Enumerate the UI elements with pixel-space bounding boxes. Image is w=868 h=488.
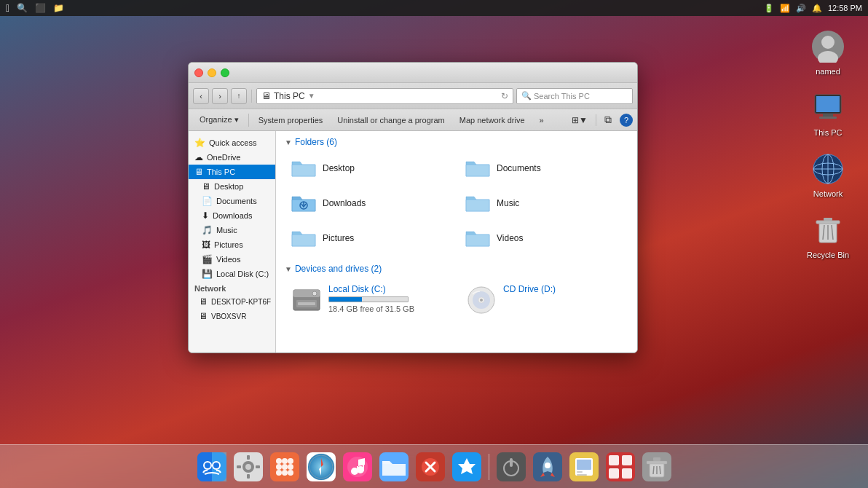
dock-item-mosaic[interactable] bbox=[604, 451, 636, 483]
more-toolbar-button[interactable]: » bbox=[533, 112, 551, 128]
svg-rect-72 bbox=[510, 458, 513, 467]
sidebar-item-music[interactable]: 🎵 Music bbox=[189, 223, 275, 237]
sidebar-item-videos[interactable]: 🎬 Videos bbox=[189, 252, 275, 267]
dock-item-system-prefs[interactable] bbox=[232, 451, 264, 483]
sidebar-item-this-pc[interactable]: 🖥 This PC bbox=[189, 165, 275, 179]
refresh-icon[interactable]: ↻ bbox=[501, 91, 508, 101]
folder-icon-pictures bbox=[291, 227, 317, 249]
network-section-label: Network bbox=[189, 281, 275, 294]
dock-item-folder[interactable] bbox=[378, 451, 410, 483]
organize-button[interactable]: Organize ▾ bbox=[193, 112, 245, 128]
dock-item-trash[interactable] bbox=[641, 451, 673, 483]
up-button[interactable]: ↑ bbox=[231, 88, 247, 104]
search-placeholder: Search This PC bbox=[534, 92, 590, 101]
content-pane: ▼ Folders (6) Desktop bbox=[276, 131, 637, 353]
device-item-cd-drive[interactable]: CD Drive (D:) bbox=[459, 280, 628, 320]
spotlight-icon[interactable]: 🔍 bbox=[17, 3, 28, 13]
desktop-icon-network[interactable]: Network bbox=[802, 151, 853, 198]
maximize-button[interactable] bbox=[221, 68, 229, 77]
dock-item-power[interactable] bbox=[495, 451, 527, 483]
dock-item-launchpad[interactable] bbox=[269, 451, 301, 483]
sidebar-item-onedrive[interactable]: ☁ OneDrive bbox=[189, 150, 275, 165]
folder-name-desktop: Desktop bbox=[323, 163, 355, 173]
downloads-sidebar-icon: ⬇ bbox=[202, 210, 209, 221]
toolbar: Organize ▾ System properties Uninstall o… bbox=[189, 109, 637, 131]
local-disk-name: Local Disk (C:) bbox=[328, 284, 414, 294]
sidebar-item-pictures[interactable]: 🖼 Pictures bbox=[189, 237, 275, 252]
pane-button[interactable]: ⧉ bbox=[598, 112, 618, 128]
view-toggle-button[interactable]: ⊞▼ bbox=[565, 112, 594, 128]
sidebar-item-downloads[interactable]: ⬇ Downloads bbox=[189, 208, 275, 223]
user-icon bbox=[810, 29, 845, 64]
sidebar-item-local-disk[interactable]: 💾 Local Disk (C:) bbox=[189, 267, 275, 281]
sidebar-item-documents[interactable]: 📄 Documents bbox=[189, 194, 275, 208]
uninstall-button[interactable]: Uninstall or change a program bbox=[331, 112, 451, 128]
this-pc-sidebar-icon: 🖥 bbox=[194, 167, 203, 177]
sidebar-item-vboxsvr[interactable]: 🖥 VBOXSVR bbox=[189, 309, 275, 323]
desktop-icon-user[interactable]: named bbox=[802, 29, 853, 76]
desktop-icon-recycle[interactable]: Recycle Bin bbox=[802, 213, 853, 259]
desktop-icon-this-pc[interactable]: This PC bbox=[802, 90, 853, 137]
desktop-kpt6f-icon: 🖥 bbox=[199, 296, 208, 307]
sidebar: ⭐ Quick access ☁ OneDrive 🖥 This PC 🖥 De… bbox=[189, 131, 276, 353]
svg-rect-13 bbox=[816, 221, 840, 224]
cd-drive-name: CD Drive (D:) bbox=[503, 284, 556, 294]
documents-sidebar-label: Documents bbox=[216, 197, 257, 205]
breadcrumb-text: This PC bbox=[274, 91, 305, 101]
folder-item-desktop[interactable]: Desktop bbox=[285, 153, 454, 184]
top-menubar:  🔍 ⬛ 📁 🔋 📶 🔊 🔔 12:58 PM bbox=[0, 0, 868, 16]
desktop-sidebar-label: Desktop bbox=[214, 182, 243, 191]
folders-chevron: ▼ bbox=[285, 138, 292, 146]
devices-section-title: Devices and drives (2) bbox=[295, 264, 382, 274]
dock-item-finder[interactable] bbox=[196, 451, 228, 483]
title-bar bbox=[189, 63, 637, 83]
help-button[interactable]: ? bbox=[620, 114, 633, 127]
search-bar[interactable]: 🔍 Search This PC bbox=[516, 88, 633, 104]
folder-item-videos[interactable]: Videos bbox=[459, 223, 628, 253]
local-disk-sidebar-icon: 💾 bbox=[202, 269, 213, 279]
forward-button[interactable]: › bbox=[212, 88, 228, 104]
pictures-sidebar-label: Pictures bbox=[214, 240, 243, 249]
device-item-local-disk[interactable]: Local Disk (C:) 18.4 GB free of 31.5 GB bbox=[285, 280, 454, 320]
vboxsvr-icon: 🖥 bbox=[199, 311, 208, 321]
sidebar-item-desktop-kpt6f[interactable]: 🖥 DESKTOP-KPT6F bbox=[189, 294, 275, 309]
explorer-window: ‹ › ↑ 🖥 This PC ▼ ↻ 🔍 Search This PC Org… bbox=[188, 62, 638, 353]
vboxsvr-label: VBOXSVR bbox=[211, 312, 246, 320]
svg-point-44 bbox=[282, 458, 288, 464]
folder-item-downloads[interactable]: Downloads bbox=[285, 188, 454, 219]
svg-rect-78 bbox=[577, 471, 583, 473]
nav-bar: ‹ › ↑ 🖥 This PC ▼ ↻ 🔍 Search This PC bbox=[189, 83, 637, 109]
svg-point-34 bbox=[213, 463, 219, 468]
dock-item-rocket[interactable] bbox=[532, 451, 564, 483]
system-properties-button[interactable]: System properties bbox=[252, 112, 330, 128]
local-disk-info: Local Disk (C:) 18.4 GB free of 31.5 GB bbox=[328, 284, 414, 313]
sidebar-item-quick-access[interactable]: ⭐ Quick access bbox=[189, 135, 275, 150]
breadcrumb-bar[interactable]: 🖥 This PC ▼ ↻ bbox=[256, 88, 513, 104]
expose-icon[interactable]: ⬛ bbox=[35, 3, 46, 13]
svg-point-49 bbox=[276, 470, 282, 476]
battery-icon: 🔋 bbox=[764, 4, 774, 13]
dock-item-preview[interactable] bbox=[568, 451, 600, 483]
close-button[interactable] bbox=[194, 68, 203, 77]
svg-rect-82 bbox=[622, 455, 632, 465]
folder-item-documents[interactable]: Documents bbox=[459, 153, 628, 184]
folder-item-pictures[interactable]: Pictures bbox=[285, 223, 454, 253]
minimize-button[interactable] bbox=[208, 68, 216, 77]
apple-icon[interactable]:  bbox=[6, 2, 9, 14]
devices-section-header[interactable]: ▼ Devices and drives (2) bbox=[285, 264, 628, 274]
map-network-button[interactable]: Map network drive bbox=[453, 112, 532, 128]
dock-item-app-store[interactable] bbox=[451, 451, 483, 483]
dock-item-close-app[interactable] bbox=[414, 451, 446, 483]
folder-item-music[interactable]: Music bbox=[459, 188, 628, 219]
network-icon-label: Network bbox=[813, 189, 843, 198]
dock-item-safari[interactable] bbox=[305, 451, 337, 483]
sidebar-item-desktop[interactable]: 🖥 Desktop bbox=[189, 179, 275, 194]
finder-icon-top[interactable]: 📁 bbox=[53, 3, 64, 13]
top-bar-right: 🔋 📶 🔊 🔔 12:58 PM bbox=[764, 4, 862, 13]
local-disk-size: 18.4 GB free of 31.5 GB bbox=[328, 304, 414, 313]
folder-icon-documents bbox=[465, 157, 491, 179]
dock-item-itunes[interactable] bbox=[342, 451, 374, 483]
svg-point-33 bbox=[205, 463, 210, 468]
back-button[interactable]: ‹ bbox=[193, 88, 209, 104]
folders-section-header[interactable]: ▼ Folders (6) bbox=[285, 137, 628, 147]
